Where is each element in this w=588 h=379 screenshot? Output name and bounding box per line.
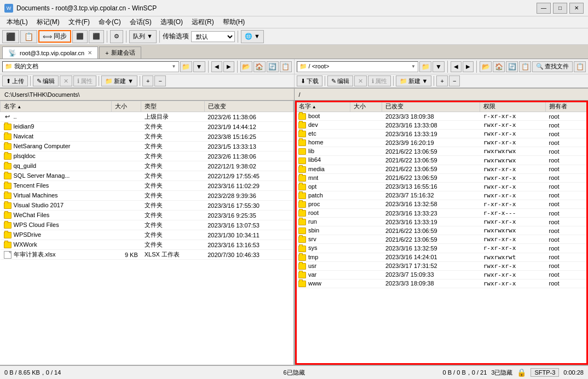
transfer-select[interactable]: 默认 二进制 文本 自动 (191, 31, 235, 42)
table-row[interactable]: Tencent Files 文件夹 2023/3/16 11:02:29 (1, 181, 293, 191)
left-home-btn[interactable]: 🏠 (253, 61, 266, 72)
right-col-name[interactable]: 名字 (295, 101, 350, 112)
left-refresh-btn[interactable]: 🔄 (267, 61, 279, 72)
right-folder-btn[interactable]: 📂 (480, 61, 492, 72)
settings-button[interactable]: ⚙ (110, 30, 123, 43)
right-edit-btn[interactable]: ✎ 编辑 (327, 75, 353, 86)
left-col-type[interactable]: 类型 (141, 101, 204, 112)
table-row[interactable]: media 2021/6/22 13:06:59 rwxr-xr-x root (295, 165, 588, 173)
left-plus-btn[interactable]: + (142, 75, 153, 86)
left-edit-btn[interactable]: ✎ 编辑 (33, 75, 59, 86)
toolbar-btn2[interactable]: 📋 (20, 30, 37, 43)
menu-remote[interactable]: 远程(R) (187, 16, 218, 28)
table-row[interactable]: mnt 2021/6/22 13:06:59 rwxr-xr-x root (295, 173, 588, 182)
table-row[interactable]: usr 2023/3/17 17:31:52 rwxr-xr-x root (295, 261, 588, 270)
close-button[interactable]: ✕ (569, 3, 584, 14)
table-row[interactable]: lib 2021/6/22 13:06:59 rwxrwxrwx root (295, 147, 588, 156)
table-row[interactable]: etc 2023/3/16 13:33:19 rwxr-xr-x root (295, 130, 588, 138)
right-back-btn[interactable]: ◀ (451, 61, 462, 72)
table-row[interactable]: leidian9 文件夹 2023/1/9 14:44:12 (1, 122, 293, 132)
globe-button[interactable]: 🌐 ▼ (241, 30, 264, 43)
right-minus-btn[interactable]: − (449, 75, 460, 86)
left-address-combo[interactable]: 📁 我的文档 ▼ (2, 61, 179, 72)
table-row[interactable]: home 2023/3/9 16:20:19 rwxr-xr-x root (295, 138, 588, 147)
left-col-name[interactable]: 名字 (1, 101, 112, 112)
menu-local[interactable]: 本地(L) (2, 16, 32, 28)
table-row[interactable]: www 2023/3/3 18:09:38 rwxr-xr-x root (295, 279, 588, 288)
table-row[interactable]: proc 2023/3/16 13:32:58 r-xr-xr-x root (295, 200, 588, 208)
table-row[interactable]: tmp 2023/3/16 14:24:01 rwxrwxrwt root (295, 253, 588, 261)
right-delete-btn[interactable]: ✕ (354, 75, 367, 86)
table-row[interactable]: Visual Studio 2017 文件夹 2023/3/16 17:55:3… (1, 201, 293, 211)
table-row[interactable]: WPS Cloud Files 文件夹 2023/3/16 13:07:53 (1, 220, 293, 230)
right-plus-btn[interactable]: + (436, 75, 447, 86)
table-row[interactable]: opt 2023/3/13 16:55:16 rwxr-xr-x root (295, 182, 588, 191)
table-row[interactable]: sbin 2021/6/22 13:06:59 rwxrwxrwx root (295, 226, 588, 235)
table-row[interactable]: SQL Server Manag... 文件夹 2022/12/9 17:55:… (1, 171, 293, 181)
left-col-modified[interactable]: 已改变 (204, 101, 293, 112)
table-row[interactable]: Navicat 文件夹 2023/3/8 15:16:25 (1, 132, 293, 142)
table-row[interactable]: WPSDrive 文件夹 2023/1/30 10:34:11 (1, 230, 293, 240)
left-addr-btn1[interactable]: 📁 (180, 61, 192, 72)
left-delete-btn[interactable]: ✕ (60, 75, 72, 86)
new-session-tab[interactable]: + 新建会话 (99, 46, 141, 59)
find-files-btn[interactable]: 🔍 查找文件 (532, 61, 573, 72)
table-row[interactable]: WeChat Files 文件夹 2023/3/16 9:25:35 (1, 211, 293, 220)
right-home-btn[interactable]: 🏠 (493, 61, 505, 72)
menu-mark[interactable]: 标记(M) (32, 16, 64, 28)
toolbar-btn3[interactable]: ⬛ (72, 30, 88, 43)
menu-file[interactable]: 文件(F) (64, 16, 94, 28)
left-fwd-btn[interactable]: ▶ (223, 61, 234, 72)
table-row[interactable]: plsqldoc 文件夹 2023/2/6 11:38:06 (1, 151, 293, 161)
download-btn[interactable]: ⬇ 下载 (297, 75, 322, 86)
toolbar-btn1[interactable]: ⬛ (2, 30, 19, 43)
table-row[interactable]: run 2023/3/16 13:33:19 rwxr-xr-x root (295, 218, 588, 226)
left-col-size[interactable]: 大小 (111, 101, 141, 112)
toolbar-btn4[interactable]: ⬛ (89, 30, 104, 43)
left-new-btn[interactable]: 📁 新建 ▼ (101, 75, 137, 86)
right-address-combo[interactable]: 📁 / <root> ▼ (297, 61, 419, 72)
table-row[interactable]: patch 2023/3/7 15:16:32 rwxr-xr-x root (295, 191, 588, 200)
left-folder-btn[interactable]: 📂 (240, 61, 252, 72)
table-row[interactable]: ↩.. 上级目录 2023/2/6 11:38:06 (1, 112, 293, 122)
left-back-btn[interactable]: ◀ (211, 61, 222, 72)
table-row[interactable]: WXWork 文件夹 2023/3/16 13:16:53 (1, 240, 293, 250)
right-filter-btn[interactable]: ▼ (433, 61, 445, 72)
left-add-btn[interactable]: 📋 (280, 61, 292, 72)
left-filter-btn[interactable]: ▼ (193, 61, 205, 72)
table-row[interactable]: Virtual Machines 文件夹 2023/2/28 9:39:36 (1, 191, 293, 201)
menu-options[interactable]: 选项(O) (156, 16, 187, 28)
table-row[interactable]: 年审计算表.xlsx 9 KB XLSX 工作表 2020/7/30 10:46… (1, 250, 293, 260)
right-new-btn[interactable]: 📁 新建 ▼ (396, 75, 432, 86)
menu-command[interactable]: 命令(C) (94, 16, 125, 28)
right-col-owner[interactable]: 拥有者 (545, 101, 587, 112)
table-row[interactable]: var 2023/3/7 15:09:33 rwxr-xr-x root (295, 270, 588, 279)
right-fwd-btn[interactable]: ▶ (463, 61, 474, 72)
table-row[interactable]: lib64 2021/6/22 13:06:59 rwxrwxrwx root (295, 156, 588, 165)
table-row[interactable]: NetSarang Computer 文件夹 2023/1/5 13:33:13 (1, 142, 293, 151)
right-add-btn[interactable]: 📋 (519, 61, 531, 72)
right-addr-btn1[interactable]: 📁 (419, 61, 431, 72)
right-props-btn[interactable]: ℹ 属性 (368, 75, 391, 86)
tab-close-icon[interactable]: ✕ (88, 50, 92, 56)
table-row[interactable]: root 2023/3/16 13:33:23 r-xr-x--- root (295, 209, 588, 218)
maximize-button[interactable]: □ (553, 3, 567, 14)
table-row[interactable]: boot 2023/3/3 18:09:38 r-xr-xr-x root (295, 112, 588, 121)
right-refresh-btn[interactable]: 🔄 (506, 61, 518, 72)
left-minus-btn[interactable]: − (154, 75, 165, 86)
menu-help[interactable]: 帮助(H) (218, 16, 250, 28)
right-col-perms[interactable]: 权限 (480, 101, 546, 112)
right-panel-scroll[interactable]: 名字 大小 已改变 权限 拥有者 boot 2023/3/3 18:09:38 … (295, 101, 589, 365)
left-panel-scroll[interactable]: 名字 大小 类型 已改变 ↩.. 上级目录 2023/2/6 11:38:06 … (0, 101, 293, 365)
table-row[interactable]: qq_guild 文件夹 2022/12/1 9:38:02 (1, 161, 293, 171)
right-extra-btn[interactable]: 📋 (574, 61, 586, 72)
minimize-button[interactable]: — (537, 3, 551, 14)
table-row[interactable]: dev 2023/3/16 13:33:08 rwxr-xr-x root (295, 121, 588, 130)
queue-button[interactable]: 队列 ▼ (129, 30, 157, 43)
right-col-modified[interactable]: 已改变 (382, 101, 480, 112)
table-row[interactable]: srv 2021/6/22 13:06:59 rwxr-xr-x root (295, 235, 588, 244)
menu-session[interactable]: 会话(S) (125, 16, 156, 28)
left-props-btn[interactable]: ℹ 属性 (73, 75, 96, 86)
session-tab[interactable]: 📡 root@3.tcp.vip.cpolar.cn ✕ (2, 46, 98, 59)
upload-btn[interactable]: ⬆ 上传 (2, 75, 28, 86)
